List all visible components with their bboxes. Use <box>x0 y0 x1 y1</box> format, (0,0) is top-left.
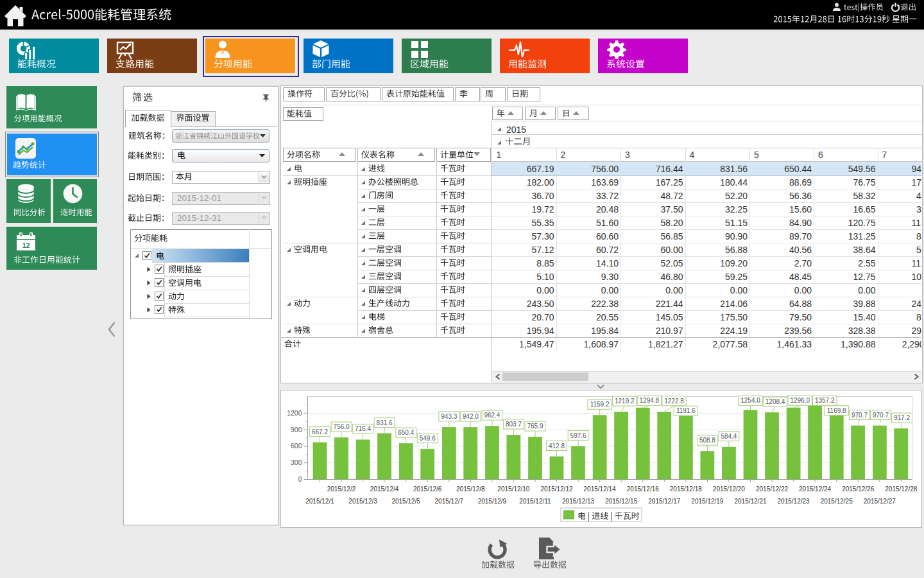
svg-text:962.4: 962.4 <box>484 412 500 419</box>
svg-text:667.2: 667.2 <box>312 428 328 435</box>
svg-text:2015/12/20: 2015/12/20 <box>713 486 745 493</box>
svg-text:2015/12/11: 2015/12/11 <box>519 498 551 505</box>
svg-text:716.4: 716.4 <box>355 425 371 432</box>
svg-text:2015/12/19: 2015/12/19 <box>691 498 723 505</box>
svg-text:2015/12/24: 2015/12/24 <box>799 486 831 493</box>
svg-text:2015/12/8: 2015/12/8 <box>456 486 485 493</box>
svg-text:2015/12/10: 2015/12/10 <box>497 486 529 493</box>
svg-text:803.7: 803.7 <box>506 421 522 428</box>
svg-text:1169.8: 1169.8 <box>827 407 846 414</box>
svg-text:756.0: 756.0 <box>334 423 350 430</box>
svg-text:1222.8: 1222.8 <box>664 398 684 405</box>
svg-text:300: 300 <box>291 459 302 466</box>
svg-text:1200: 1200 <box>287 409 302 417</box>
svg-text:1159.2: 1159.2 <box>590 401 610 408</box>
svg-text:900: 900 <box>291 426 302 434</box>
svg-text:549.6: 549.6 <box>420 435 436 442</box>
svg-text:765.9: 765.9 <box>527 423 543 430</box>
svg-text:2015/12/1: 2015/12/1 <box>305 498 334 505</box>
svg-text:2015/12/14: 2015/12/14 <box>584 486 616 493</box>
svg-text:2015/12/2: 2015/12/2 <box>327 486 356 493</box>
svg-text:2015/12/25: 2015/12/25 <box>821 498 853 505</box>
svg-text:2015/12/17: 2015/12/17 <box>648 498 680 505</box>
svg-text:2015/12/6: 2015/12/6 <box>413 486 442 493</box>
svg-text:970.7: 970.7 <box>851 412 868 419</box>
svg-text:2015/12/5: 2015/12/5 <box>391 498 420 505</box>
svg-text:2015/12/15: 2015/12/15 <box>605 498 637 505</box>
svg-text:831.6: 831.6 <box>377 419 393 426</box>
svg-text:650.4: 650.4 <box>398 429 414 436</box>
svg-text:600: 600 <box>291 442 302 450</box>
svg-text:2015/12/18: 2015/12/18 <box>670 486 702 493</box>
svg-text:1219.2: 1219.2 <box>615 398 635 405</box>
svg-text:2015/12/7: 2015/12/7 <box>435 498 464 505</box>
svg-text:2015/12/4: 2015/12/4 <box>370 486 399 493</box>
svg-text:12: 12 <box>22 241 30 249</box>
svg-text:970.7: 970.7 <box>873 412 889 419</box>
svg-text:597.6: 597.6 <box>570 432 586 439</box>
svg-text:1357.2: 1357.2 <box>815 397 835 404</box>
svg-text:2015/12/9: 2015/12/9 <box>478 498 507 505</box>
svg-text:1254.0: 1254.0 <box>740 397 760 404</box>
svg-text:2015/12/27: 2015/12/27 <box>864 498 896 505</box>
svg-text:943.3: 943.3 <box>441 413 457 420</box>
svg-text:942.0: 942.0 <box>463 413 479 420</box>
svg-text:508.8: 508.8 <box>699 437 715 444</box>
svg-text:2015/12/12: 2015/12/12 <box>540 486 572 493</box>
svg-text:2015/12/26: 2015/12/26 <box>842 486 874 493</box>
svg-text:1208.4: 1208.4 <box>766 398 785 405</box>
svg-text:917.2: 917.2 <box>894 414 910 421</box>
svg-text:1294.8: 1294.8 <box>640 397 660 404</box>
svg-text:1191.6: 1191.6 <box>676 407 696 414</box>
svg-text:412.8: 412.8 <box>549 442 565 450</box>
svg-text:0: 0 <box>298 475 302 483</box>
svg-text:2015/12/28: 2015/12/28 <box>885 486 917 493</box>
svg-text:2015/12/13: 2015/12/13 <box>562 498 594 505</box>
svg-text:2015/12/16: 2015/12/16 <box>627 486 659 493</box>
svg-text:584.4: 584.4 <box>721 433 737 440</box>
svg-text:2015/12/21: 2015/12/21 <box>734 498 766 505</box>
svg-text:2015/12/3: 2015/12/3 <box>348 498 377 505</box>
svg-text:1296.0: 1296.0 <box>790 397 810 404</box>
svg-text:2015/12/22: 2015/12/22 <box>756 486 788 493</box>
svg-text:2015/12/23: 2015/12/23 <box>778 498 810 505</box>
